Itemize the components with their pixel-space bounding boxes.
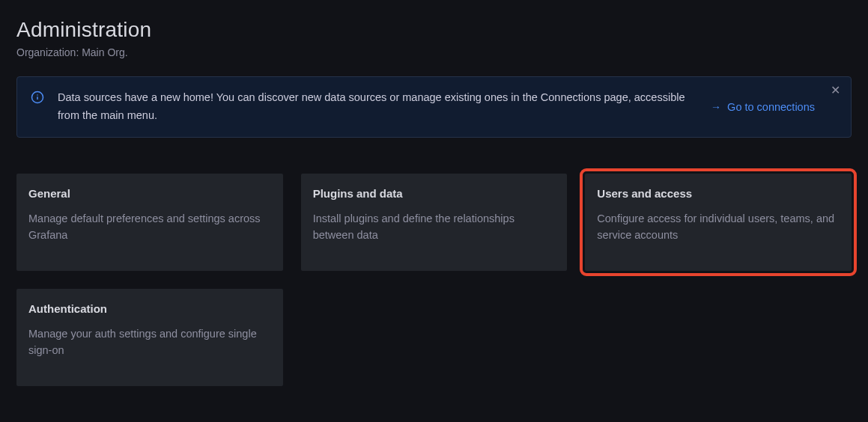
card-authentication[interactable]: Authentication Manage your auth settings… xyxy=(16,289,283,386)
page-subtitle: Organization: Main Org. xyxy=(16,46,852,58)
admin-cards-grid: General Manage default preferences and s… xyxy=(16,174,852,386)
info-banner: Data sources have a new home! You can di… xyxy=(16,76,852,138)
svg-point-2 xyxy=(37,94,38,96)
banner-text: Data sources have a new home! You can di… xyxy=(58,89,711,125)
card-desc: Configure access for individual users, t… xyxy=(597,210,840,244)
card-plugins-and-data[interactable]: Plugins and data Install plugins and def… xyxy=(301,174,568,271)
arrow-right-icon: → xyxy=(711,101,721,113)
card-title: Authentication xyxy=(28,302,271,315)
card-desc: Manage default preferences and settings … xyxy=(28,210,271,244)
card-title: Plugins and data xyxy=(313,187,556,200)
card-users-and-access[interactable]: Users and access Configure access for in… xyxy=(585,174,852,271)
close-icon: ✕ xyxy=(831,84,840,97)
card-general[interactable]: General Manage default preferences and s… xyxy=(16,174,283,271)
card-title: Users and access xyxy=(597,187,840,200)
card-desc: Manage your auth settings and configure … xyxy=(28,325,271,359)
go-to-connections-link[interactable]: → Go to connections xyxy=(711,101,815,113)
info-icon xyxy=(31,91,44,104)
page-title: Administration xyxy=(16,18,852,42)
close-banner-button[interactable]: ✕ xyxy=(831,85,840,97)
banner-link-label: Go to connections xyxy=(727,101,815,113)
card-title: General xyxy=(28,187,271,200)
card-desc: Install plugins and define the relations… xyxy=(313,210,556,244)
